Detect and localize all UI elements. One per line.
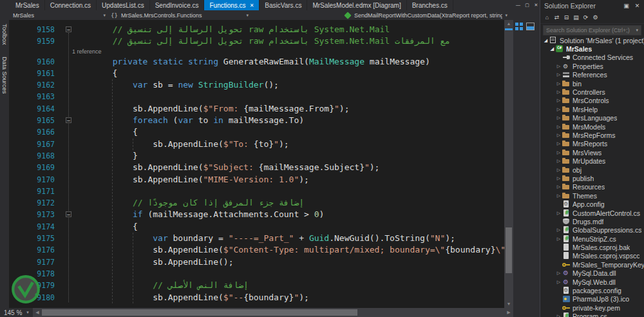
- tab-connection-cs[interactable]: Connection.cs: [45, 0, 97, 10]
- tool-tab-data-sources[interactable]: Data Sources: [0, 55, 9, 95]
- chevron-closed-icon[interactable]: ▷: [555, 115, 562, 120]
- tree-item-mrsales-csproj-bak[interactable]: MrSales.csproj.bak: [540, 243, 644, 251]
- tree-item-mrsales[interactable]: ◢MrSales: [540, 44, 644, 53]
- code-line[interactable]: 9158− // تحويل الرسالة إلى تنسيق raw باس…: [9, 24, 504, 35]
- tree-item-connected-services[interactable]: Connected Services: [540, 53, 644, 62]
- code-line[interactable]: 9179 // إضافة النص الأصلي: [9, 280, 504, 291]
- type-dropdown[interactable]: MrSales.MrsControls.Functions ▾: [108, 11, 251, 19]
- code-line[interactable]: 9163: [9, 91, 504, 102]
- tree-item-mrsviews[interactable]: ▷MrsViews: [540, 148, 644, 157]
- code-line[interactable]: 9176 sb.AppendLine($"Content-Type: multi…: [9, 244, 504, 256]
- collapse-all-icon[interactable]: ⊟: [562, 14, 571, 22]
- tab-mrsalesmodel-edmx-diagram[interactable]: MrSalesModel.edmx [Diagram]: [307, 0, 406, 10]
- tree-item-references[interactable]: ▷References: [540, 71, 644, 79]
- outline-grid-icon[interactable]: [515, 23, 523, 30]
- tab-branches-cs[interactable]: Branches.cs: [407, 0, 453, 10]
- codelens-row[interactable]: 1 reference: [9, 48, 504, 56]
- tree-item-mrsrepforms[interactable]: ▷MrsRepForms: [540, 131, 644, 139]
- chevron-closed-icon[interactable]: ▷: [555, 280, 562, 285]
- chevron-closed-icon[interactable]: ▷: [555, 72, 562, 77]
- scroll-down-icon[interactable]: ▼: [504, 300, 513, 308]
- scroll-right-icon[interactable]: ▶: [504, 308, 513, 317]
- tree-item-mrsales-temporarykey-pfx[interactable]: MrSales_TemporaryKey.pfx: [540, 260, 644, 269]
- tree-item-mrsreports[interactable]: ▷MrsReports: [540, 140, 644, 148]
- code-line[interactable]: 9173− if (mailMessage.Attachments.Count …: [9, 209, 504, 220]
- close-icon[interactable]: ✕: [533, 1, 540, 8]
- pin-icon[interactable]: ▣: [622, 2, 630, 10]
- code-line[interactable]: 9160 private static string GenerateRawEm…: [9, 56, 504, 68]
- horizontal-scrollbar-thumb[interactable]: [42, 309, 357, 316]
- codelens-label[interactable]: 1 reference: [72, 48, 102, 56]
- code-line[interactable]: 9162 var sb = new StringBuilder();: [9, 79, 504, 91]
- tree-item-mrscontrols[interactable]: ▷MrsControls: [540, 97, 644, 105]
- code-line[interactable]: 9174 {: [9, 221, 504, 233]
- tree-item-mrshelp[interactable]: ▷MrsHelp: [540, 105, 644, 113]
- close-tab-icon[interactable]: ✕: [250, 3, 254, 8]
- tree-item-solution-mrsales-1-project[interactable]: ◢Solution 'MrSales' (1 project): [540, 36, 644, 44]
- properties-icon[interactable]: ⚙: [591, 14, 600, 22]
- chevron-closed-icon[interactable]: ▷: [555, 236, 562, 242]
- chevron-closed-icon[interactable]: ▷: [555, 176, 562, 181]
- tab-basicvars-cs[interactable]: BasicVars.cs: [260, 0, 307, 10]
- chevron-closed-icon[interactable]: ▷: [555, 124, 562, 130]
- scroll-up-icon[interactable]: ▲: [504, 20, 513, 28]
- code-line[interactable]: 9166 {: [9, 126, 504, 138]
- tree-item-drugs-mdf[interactable]: Drugs.mdf: [540, 217, 644, 226]
- tree-item-program-cs[interactable]: ▷Program.cs: [540, 312, 644, 317]
- home-icon[interactable]: ⌂: [543, 14, 551, 22]
- tree-item-private-key-pem[interactable]: private-key.pem: [540, 303, 644, 312]
- tree-item-bin[interactable]: ▷bin: [540, 79, 644, 88]
- tree-item-mrsales-csproj-vspscc[interactable]: MrSales.csproj.vspscc: [540, 252, 644, 260]
- vertical-scrollbar-thumb[interactable]: [506, 227, 512, 274]
- chevron-closed-icon[interactable]: ▷: [555, 64, 562, 69]
- code-line[interactable]: 9177 sb.AppendLine();: [9, 256, 504, 268]
- chevron-closed-icon[interactable]: ▷: [555, 107, 562, 112]
- tree-item-pharmaup8-3-ico[interactable]: PharmaUp8 (3).ico: [540, 295, 644, 303]
- tree-item-properties[interactable]: ▷Properties: [540, 62, 644, 70]
- chevron-closed-icon[interactable]: ▷: [555, 98, 562, 103]
- tab-sendinvoice-cs[interactable]: SendInvoice.cs: [150, 0, 205, 10]
- chevron-closed-icon[interactable]: ▷: [555, 168, 562, 173]
- tree-item-mrsmodels[interactable]: ▷MrsModels: [540, 122, 644, 131]
- tree-item-app-config[interactable]: App.config: [540, 200, 644, 208]
- chevron-closed-icon[interactable]: ▷: [555, 227, 562, 233]
- refresh-icon[interactable]: ⟳: [582, 14, 590, 22]
- tool-tab-toolbox[interactable]: Toolbox: [0, 23, 9, 46]
- chevron-closed-icon[interactable]: ▷: [555, 271, 562, 276]
- zoom-control[interactable]: 145 % ▾: [0, 308, 33, 317]
- tree-item-controllers[interactable]: ▷Controllers: [540, 88, 644, 96]
- chevron-closed-icon[interactable]: ▷: [555, 314, 562, 317]
- code-line[interactable]: 9180 sb.AppendLine($"--{boundary}");: [9, 292, 504, 303]
- tree-item-mysql-web-dll[interactable]: ▷MySql.Web.dll: [540, 278, 644, 286]
- chevron-open-icon[interactable]: ◢: [549, 46, 556, 52]
- chevron-closed-icon[interactable]: ▷: [555, 133, 562, 138]
- tree-item-mrupdates[interactable]: ▷MrUpdates: [540, 157, 644, 165]
- tree-item-themes[interactable]: ▷Themes: [540, 191, 644, 200]
- close-panel-icon[interactable]: ✕: [633, 2, 641, 10]
- code-line[interactable]: 9161 {: [9, 68, 504, 79]
- code-line[interactable]: 9175 var boundary = "----=_Part_" + Guid…: [9, 233, 504, 244]
- chevron-open-icon[interactable]: ◢: [542, 38, 549, 43]
- tree-item-mrslanguages[interactable]: ▷MrsLanguages: [540, 114, 644, 122]
- code-line[interactable]: 9172 // إضافة جزء المرفق إذا كان موجودًا: [9, 197, 504, 209]
- tree-item-publish[interactable]: ▷publish: [540, 174, 644, 182]
- code-line[interactable]: 9164 sb.AppendLine($"From: {mailMessage.…: [9, 103, 504, 115]
- code-line[interactable]: 9159 // تحويل الرسالة إلى تنسيق raw باست…: [9, 35, 504, 47]
- chevron-closed-icon[interactable]: ▷: [555, 141, 562, 146]
- fold-collapse-icon[interactable]: −: [66, 211, 71, 217]
- code-editor[interactable]: 9158− // تحويل الرسالة إلى تنسيق raw باس…: [9, 20, 513, 308]
- member-dropdown[interactable]: SendMailReportWithCustomData(XtraReport …: [341, 11, 510, 19]
- tree-item-packages-config[interactable]: packages.config: [540, 286, 644, 294]
- tree-item-obj[interactable]: ▷obj: [540, 166, 644, 174]
- tab-functions-cs[interactable]: Functions.cs✕: [204, 0, 260, 10]
- code-line[interactable]: 9169 sb.AppendLine($"Subject: {mailMessa…: [9, 162, 504, 173]
- tree-item-resources[interactable]: ▷Resources: [540, 183, 644, 191]
- fold-collapse-icon[interactable]: −: [66, 117, 71, 123]
- chevron-closed-icon[interactable]: ▷: [555, 211, 562, 216]
- chevron-closed-icon[interactable]: ▷: [555, 90, 562, 95]
- vertical-scrollbar[interactable]: ▲ ▼: [504, 20, 513, 308]
- tab-updateslist-cs[interactable]: UpdatesList.cs: [97, 0, 150, 10]
- code-line[interactable]: 9167 sb.AppendLine($"To: {to}");: [9, 139, 504, 150]
- code-line[interactable]: 9171: [9, 186, 504, 197]
- chevron-closed-icon[interactable]: ▷: [555, 158, 562, 164]
